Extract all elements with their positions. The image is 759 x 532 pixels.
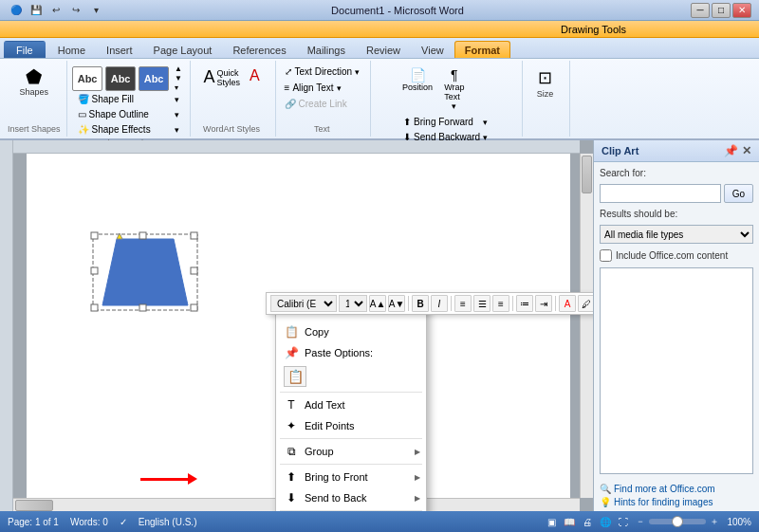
tab-references[interactable]: References bbox=[222, 41, 296, 58]
shape-outline-arrow[interactable]: ▾ bbox=[175, 110, 179, 119]
separator3 bbox=[512, 296, 513, 311]
text-color-button[interactable]: A bbox=[246, 64, 264, 90]
find-more-link[interactable]: 🔍 Find more at Office.com bbox=[600, 484, 753, 494]
shape-fill-arrow[interactable]: ▾ bbox=[175, 95, 179, 104]
svg-rect-8 bbox=[191, 267, 197, 274]
tab-review[interactable]: Review bbox=[356, 41, 411, 58]
shape-style-scroll[interactable]: ▲ ▼ ▾ bbox=[175, 64, 182, 92]
font-size-select[interactable]: 11 bbox=[339, 295, 367, 312]
zoom-in-icon[interactable]: ＋ bbox=[710, 515, 719, 528]
send-to-back-icon: ⬇ bbox=[284, 490, 299, 505]
size-button[interactable]: ⊡ Size bbox=[533, 64, 558, 101]
font-color-button[interactable]: A bbox=[559, 295, 576, 312]
font-increase-button[interactable]: A▲ bbox=[369, 295, 386, 312]
tab-insert[interactable]: Insert bbox=[96, 41, 143, 58]
shape-style-white[interactable]: Abc bbox=[72, 66, 102, 91]
panel-close-button[interactable]: ✕ bbox=[742, 144, 751, 157]
separator-2 bbox=[280, 438, 422, 439]
ctx-paste-options[interactable]: 📌 Paste Options: bbox=[276, 342, 426, 363]
shape-outline-button[interactable]: ▭ Shape Outline ▾ bbox=[73, 107, 184, 121]
align-text-button[interactable]: ≡ Align Text ▾ bbox=[280, 81, 346, 95]
go-button[interactable]: Go bbox=[724, 184, 753, 203]
tab-format[interactable]: Format bbox=[454, 41, 510, 58]
ctx-send-to-back[interactable]: ⬇ Send to Back bbox=[276, 487, 426, 508]
separator1 bbox=[408, 296, 409, 311]
ctx-copy[interactable]: 📋 Copy bbox=[276, 321, 426, 342]
ctx-edit-points[interactable]: ✦ Edit Points bbox=[276, 415, 426, 436]
shape-effects-arrow[interactable]: ▾ bbox=[175, 125, 179, 135]
customize-button[interactable]: ▾ bbox=[87, 3, 104, 18]
tab-page-layout[interactable]: Page Layout bbox=[143, 41, 223, 58]
view-web-icon[interactable]: 🌐 bbox=[600, 517, 611, 527]
create-link-button[interactable]: 🔗 Create Link bbox=[280, 97, 352, 111]
quick-access-toolbar: 🔵 💾 ↩ ↪ ▾ bbox=[8, 3, 104, 18]
vertical-scrollbar[interactable] bbox=[580, 154, 593, 498]
arrow-head bbox=[188, 473, 197, 485]
shape-trapezoid[interactable] bbox=[83, 229, 207, 315]
include-checkbox[interactable] bbox=[600, 249, 612, 262]
view-read-icon[interactable]: 📖 bbox=[564, 517, 575, 527]
panel-pin-button[interactable]: 📌 bbox=[724, 144, 738, 157]
drawing-tools-label: Drawing Tools bbox=[561, 24, 626, 35]
results-type-select[interactable]: All media file types bbox=[600, 225, 753, 244]
zoom-out-icon[interactable]: － bbox=[636, 515, 645, 528]
ctx-group[interactable]: ⧉ Group bbox=[276, 441, 426, 462]
italic-button[interactable]: I bbox=[431, 295, 448, 312]
position-button[interactable]: 📄 Position bbox=[398, 64, 436, 114]
text-direction-button[interactable]: ⤢ Text Direction ▾ bbox=[280, 64, 365, 79]
tab-mailings[interactable]: Mailings bbox=[297, 41, 356, 58]
ribbon-tabs: File Home Insert Page Layout References … bbox=[0, 38, 759, 59]
ribbon-group-insert-shapes: ⬟ Shapes Insert Shapes bbox=[4, 61, 67, 137]
panel-body: Search for: Go Results should be: All me… bbox=[594, 162, 759, 480]
align-center-button[interactable]: ☰ bbox=[473, 295, 491, 312]
hscroll-thumb[interactable] bbox=[15, 500, 53, 511]
position-icon: 📄 bbox=[410, 67, 426, 83]
shape-style-dark[interactable]: Abc bbox=[105, 66, 136, 91]
redo-button[interactable]: ↪ bbox=[67, 3, 84, 18]
include-label: Include Office.com content bbox=[616, 250, 728, 261]
search-input[interactable] bbox=[600, 184, 721, 203]
undo-button[interactable]: ↩ bbox=[47, 3, 65, 18]
quick-styles-button[interactable]: A QuickStyles bbox=[199, 64, 244, 90]
font-select[interactable]: Calibri (E bbox=[270, 295, 337, 312]
zoom-track[interactable] bbox=[649, 519, 706, 524]
wrap-icon: ¶ bbox=[451, 67, 458, 83]
bring-forward-button[interactable]: ⬆ Bring Forward ▾ bbox=[398, 115, 492, 129]
shape-fill-button[interactable]: 🪣 Shape Fill ▾ bbox=[73, 92, 184, 106]
shape-style-blue[interactable]: Abc bbox=[139, 66, 169, 91]
indent-button[interactable]: ⇥ bbox=[535, 295, 552, 312]
scroll-thumb[interactable] bbox=[582, 156, 592, 193]
tab-view[interactable]: View bbox=[411, 41, 454, 58]
align-left-button[interactable]: ≡ bbox=[454, 295, 472, 312]
zoom-handle[interactable] bbox=[672, 516, 683, 527]
bullets-button[interactable]: ≔ bbox=[516, 295, 533, 312]
arrange-row1: 📄 Position ¶ WrapText ▾ bbox=[398, 64, 468, 114]
align-right-button[interactable]: ≡ bbox=[492, 295, 509, 312]
highlight-button[interactable]: 🖊 bbox=[578, 295, 593, 312]
wordart-content: A QuickStyles A bbox=[199, 63, 263, 122]
ctx-bring-to-front[interactable]: ⬆ Bring to Front bbox=[276, 467, 426, 487]
format-toolbar: Calibri (E 11 A▲ A▼ B I ≡ ☰ ≡ ≔ ⇥ A 🖊 ⋯ bbox=[266, 292, 593, 315]
zoom-slider[interactable]: － ＋ bbox=[636, 515, 719, 528]
hints-link[interactable]: 💡 Hints for finding images bbox=[600, 497, 753, 507]
arrow-indicator bbox=[140, 473, 197, 485]
shapes-button[interactable]: ⬟ Shapes bbox=[16, 64, 53, 100]
font-decrease-button[interactable]: A▼ bbox=[388, 295, 405, 312]
wrap-text-button[interactable]: ¶ WrapText ▾ bbox=[440, 64, 468, 114]
tab-file[interactable]: File bbox=[4, 41, 46, 58]
ctx-add-text[interactable]: T Add Text bbox=[276, 394, 426, 415]
paste-button[interactable]: 📋 bbox=[284, 366, 306, 387]
view-normal-icon[interactable]: ▣ bbox=[547, 517, 556, 527]
shape-effects-button[interactable]: ✨ Shape Effects ▾ bbox=[73, 122, 184, 137]
view-full-icon[interactable]: ⛶ bbox=[619, 517, 628, 527]
minimize-button[interactable]: ─ bbox=[691, 3, 710, 18]
maximize-button[interactable]: □ bbox=[712, 3, 731, 18]
status-right: ▣ 📖 🖨 🌐 ⛶ － ＋ 100% bbox=[547, 515, 751, 528]
bold-button[interactable]: B bbox=[412, 295, 429, 312]
save-button[interactable]: 💾 bbox=[28, 3, 45, 18]
text-color-icon: A bbox=[250, 67, 260, 84]
tab-home[interactable]: Home bbox=[47, 41, 96, 58]
close-button[interactable]: ✕ bbox=[732, 3, 751, 18]
view-print-icon[interactable]: 🖨 bbox=[583, 517, 592, 527]
status-bar: Page: 1 of 1 Words: 0 ✓ English (U.S.) ▣… bbox=[0, 511, 759, 532]
